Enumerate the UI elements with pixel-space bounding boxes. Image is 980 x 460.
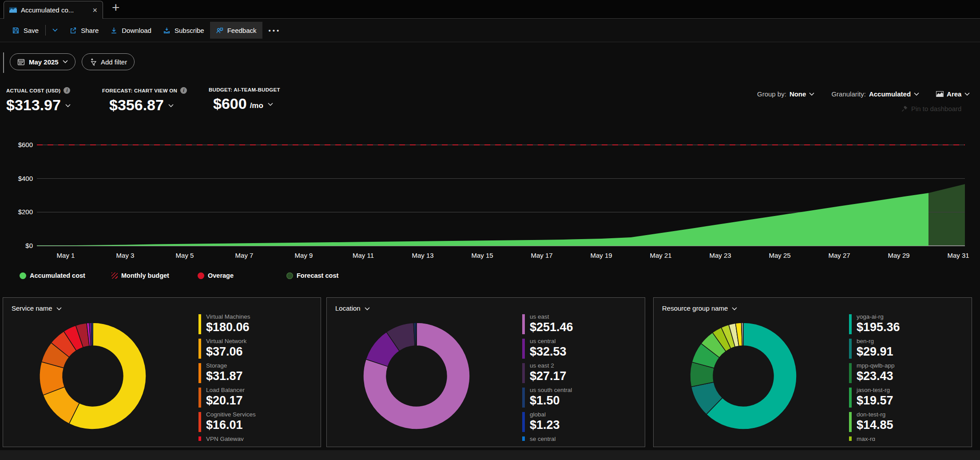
x-tick-label: May 27	[817, 252, 861, 259]
toolbar-divider	[45, 25, 46, 36]
chevron-down-icon	[964, 92, 970, 96]
location-dropdown[interactable]: Location	[327, 298, 370, 312]
x-tick-label: May 3	[103, 252, 147, 259]
y-tick-label: $0	[0, 242, 33, 249]
share-button[interactable]: Share	[63, 22, 104, 39]
subscribe-button[interactable]: Subscribe	[157, 22, 210, 39]
chart-legend-item: Accumulated cost	[20, 272, 85, 279]
add-filter-icon	[89, 58, 97, 66]
feedback-button[interactable]: Feedback	[210, 22, 262, 39]
chevron-down-icon	[809, 92, 814, 96]
resource-group-name-donut-chart	[685, 317, 802, 435]
donut-legend-item: VPN Gateway	[198, 435, 318, 441]
save-menu-button[interactable]	[47, 22, 63, 39]
new-tab-button[interactable]: +	[112, 0, 120, 15]
x-tick-label: May 21	[639, 252, 683, 259]
x-tick-label: May 23	[698, 252, 742, 259]
view-controls: Group by: None Granularity: Accumulated …	[757, 90, 970, 98]
feedback-icon	[216, 27, 223, 34]
card-location: Location us east$251.46us central$32.53u…	[326, 297, 645, 447]
donut-legend-item: us south central$1.50	[522, 386, 642, 411]
group-by-dropdown[interactable]: Group by: None	[757, 90, 814, 98]
forecast-dropdown[interactable]: $356.87	[109, 97, 187, 113]
donut-legend-item: mpp-qwlb-app$23.43	[849, 362, 969, 386]
accumulated-area-svg	[37, 133, 965, 246]
location-donut-chart	[358, 317, 475, 435]
x-tick-label: May 13	[401, 252, 445, 259]
area-chart-tab-icon	[9, 6, 17, 14]
add-filter-button[interactable]: Add filter	[82, 53, 135, 70]
kpi-forecast-cost: FORECAST: CHART VIEW ON i $356.87	[102, 87, 187, 113]
chart-legend: Accumulated costMonthly budgetOverageFor…	[0, 272, 980, 284]
donut-legend-item: yoga-ai-rg$195.36	[849, 313, 969, 337]
footer-strip	[0, 450, 980, 460]
donut-legend-item: us east 2$27.17	[522, 362, 642, 386]
card-service-name: Service name Virtual Machines$180.06Virt…	[3, 297, 321, 447]
budget-dropdown[interactable]: $600 /mo	[213, 96, 280, 112]
info-icon[interactable]: i	[180, 87, 187, 94]
x-tick-label: May 15	[460, 252, 504, 259]
chevron-down-icon	[914, 92, 919, 96]
donut-legend-item: Load Balancer$20.17	[198, 386, 318, 411]
command-bar: Save Share Download Subscribe	[0, 19, 980, 42]
x-tick-label: May 31	[936, 252, 980, 259]
x-tick-label: May 17	[520, 252, 564, 259]
legend-resource-group-name: yoga-ai-rg$195.36ben-rg$29.91mpp-qwlb-ap…	[849, 313, 969, 441]
date-range-picker[interactable]: May 2025	[10, 53, 75, 70]
x-tick-label: May 1	[44, 252, 88, 259]
chevron-down-icon	[365, 307, 370, 311]
x-tick-label: May 5	[163, 252, 207, 259]
donut-legend-item: don-test-rg$14.85	[849, 411, 969, 435]
donut-legend-item: ben-rg$29.91	[849, 337, 969, 362]
tab-close-icon[interactable]: ×	[92, 6, 97, 14]
y-tick-label: $200	[0, 208, 33, 216]
chart-legend-item: Forecast cost	[286, 272, 338, 279]
save-button[interactable]: Save	[6, 22, 44, 39]
chevron-down-icon	[65, 104, 71, 108]
y-tick-label: $400	[0, 175, 33, 182]
chevron-down-icon	[63, 60, 68, 64]
chevron-down-icon	[168, 104, 174, 108]
donut-legend-item: us central$32.53	[522, 337, 642, 362]
download-button[interactable]: Download	[104, 22, 157, 39]
chevron-down-icon	[52, 28, 58, 32]
area-chart-icon	[936, 90, 944, 98]
service-name-dropdown[interactable]: Service name	[3, 298, 62, 312]
service-name-donut-chart	[34, 317, 151, 435]
more-commands-button[interactable]: •••	[262, 27, 287, 34]
kpi-actual-cost: ACTUAL COST (USD) i $313.97	[6, 87, 71, 113]
x-tick-label: May 29	[877, 252, 921, 259]
chevron-down-icon	[268, 103, 273, 106]
chart-legend-item: Monthly budget	[111, 272, 169, 279]
donut-service-name	[34, 317, 151, 435]
actual-cost-dropdown[interactable]: $313.97	[6, 97, 71, 113]
legend-service-name: Virtual Machines$180.06Virtual Network$3…	[198, 313, 318, 441]
donut-legend-item: global$1.23	[522, 411, 642, 435]
chart-legend-item: Overage	[198, 272, 234, 279]
pin-to-dashboard-button[interactable]: Pin to dashboard	[901, 105, 961, 112]
x-tick-label: May 7	[222, 252, 266, 259]
donut-legend-item: jason-test-rg$19.57	[849, 386, 969, 411]
donut-legend-item: Cognitive Services$16.01	[198, 411, 318, 435]
pin-icon	[901, 105, 908, 112]
calendar-icon	[17, 58, 25, 66]
save-icon	[12, 27, 20, 34]
download-icon	[110, 27, 118, 34]
donut-legend-item: max-rg	[849, 435, 969, 441]
card-resource-group-name: Resource group name yoga-ai-rg$195.36ben…	[653, 297, 972, 447]
cost-analysis-app: Accumulated co... × + Save Share Downloa…	[0, 0, 980, 460]
resource-group-name-dropdown[interactable]: Resource group name	[654, 298, 737, 312]
tab-accumulated-costs[interactable]: Accumulated co... ×	[4, 1, 103, 19]
donut-legend-item: Virtual Network$37.06	[198, 337, 318, 362]
donut-legend-item: Virtual Machines$180.06	[198, 313, 318, 337]
tab-title: Accumulated co...	[21, 6, 88, 14]
info-icon[interactable]: i	[63, 87, 70, 94]
donut-legend-item: us east$251.46	[522, 313, 642, 337]
chart-type-dropdown[interactable]: Area	[936, 90, 970, 98]
granularity-dropdown[interactable]: Granularity: Accumulated	[831, 90, 919, 98]
share-icon	[69, 27, 77, 34]
donut-resource-group-name	[685, 317, 802, 435]
scroll-indicator	[3, 52, 4, 73]
donut-legend-item: Storage$31.87	[198, 362, 318, 386]
x-tick-label: May 9	[282, 252, 326, 259]
